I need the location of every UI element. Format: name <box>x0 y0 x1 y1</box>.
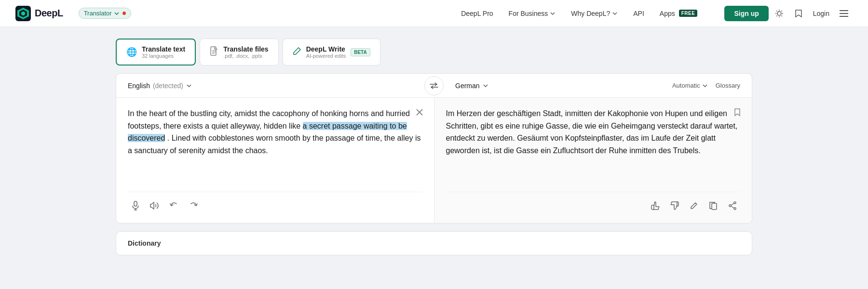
svg-line-11 <box>781 11 782 11</box>
tab-translate-files-label: Translate files <box>223 45 268 53</box>
svg-point-3 <box>21 12 25 15</box>
tab-deepl-write-sublabel: AI-powered edits <box>306 53 346 59</box>
apps-free-badge: FREE <box>679 10 698 17</box>
tab-translate-files[interactable]: Translate files .pdf, .docx, .pptx <box>200 39 278 66</box>
svg-point-27 <box>734 208 736 210</box>
copy-icon <box>709 201 717 210</box>
thumbs-down-button[interactable] <box>667 198 682 213</box>
target-lang-name: German <box>455 82 480 90</box>
source-language-selector[interactable]: English (detected) <box>116 74 424 97</box>
svg-rect-25 <box>712 203 717 210</box>
file-icon <box>210 46 218 58</box>
speaker-button[interactable] <box>147 198 163 213</box>
thumbs-down-icon <box>670 201 679 210</box>
undo-button[interactable] <box>166 198 182 213</box>
source-lang-name: English <box>128 82 150 90</box>
automatic-label: Automatic <box>672 82 700 89</box>
speaker-icon <box>150 201 160 210</box>
tab-translate-text[interactable]: 🌐 Translate text 32 languages <box>116 39 196 66</box>
main-nav: DeepL Pro For Business Why DeepL? API Ap… <box>453 0 705 27</box>
signup-button[interactable]: Sign up <box>724 6 768 21</box>
translator-badge-label: Translator <box>84 10 112 17</box>
svg-line-10 <box>781 15 782 16</box>
thumbs-up-button[interactable] <box>648 198 663 213</box>
swap-icon <box>430 82 438 89</box>
source-toolbar <box>128 192 422 213</box>
chevron-down-icon <box>702 83 708 89</box>
redo-icon <box>189 202 198 210</box>
logo[interactable]: DeepL <box>15 6 63 21</box>
tab-deepl-write[interactable]: DeepL Write AI-powered edits BETA <box>283 39 380 66</box>
svg-line-9 <box>776 11 777 11</box>
edit-translation-button[interactable] <box>686 198 702 213</box>
close-icon <box>416 109 423 116</box>
source-detected-label: (detected) <box>153 82 183 90</box>
nav-api[interactable]: API <box>625 0 652 27</box>
svg-point-28 <box>729 205 731 207</box>
notification-dot <box>122 12 126 15</box>
swap-languages-button[interactable] <box>424 76 444 95</box>
nav-apps[interactable]: Apps FREE <box>652 0 705 27</box>
microphone-button[interactable] <box>128 198 143 213</box>
copy-button[interactable] <box>705 198 721 213</box>
svg-line-12 <box>776 15 777 16</box>
tab-translate-text-sublabel: 32 languages <box>142 53 185 59</box>
tab-translate-files-sublabel: .pdf, .docx, .pptx <box>223 53 268 59</box>
chevron-down-icon <box>612 11 618 16</box>
write-icon <box>293 47 301 58</box>
beta-badge: BETA <box>351 48 370 56</box>
globe-icon: 🌐 <box>126 47 137 57</box>
svg-rect-16 <box>211 47 216 55</box>
translator-panel: English (detected) German Automatic <box>116 73 752 223</box>
login-button[interactable]: Login <box>809 10 833 17</box>
tab-translate-text-label: Translate text <box>142 45 185 53</box>
target-area: Im Herzen der geschäftigen Stadt, inmitt… <box>434 98 752 223</box>
hamburger-icon <box>840 10 848 17</box>
target-toolbar <box>446 192 741 213</box>
svg-line-29 <box>731 203 734 205</box>
glossary-button[interactable]: Glossary <box>716 82 740 89</box>
share-button[interactable] <box>725 198 740 213</box>
save-translation-button[interactable] <box>731 105 744 119</box>
chevron-down-icon <box>550 11 556 16</box>
source-text[interactable]: In the heart of the bustling city, amids… <box>128 107 422 186</box>
main-content: 🌐 Translate text 32 languages Translate … <box>96 27 772 267</box>
deepl-wordmark: DeepL <box>35 8 63 19</box>
menu-button[interactable] <box>835 5 853 22</box>
share-icon <box>728 201 737 210</box>
target-language-selector[interactable]: German <box>455 82 488 90</box>
bookmark-icon <box>734 108 741 117</box>
language-bar: English (detected) German Automatic <box>116 74 752 98</box>
nav-why-deepl[interactable]: Why DeepL? <box>563 0 625 27</box>
text-areas: In the heart of the bustling city, amids… <box>116 98 752 223</box>
translator-badge[interactable]: Translator <box>79 8 131 19</box>
deepl-logo-icon <box>15 6 31 21</box>
header-actions: Sign up Login <box>724 5 853 22</box>
edit-icon <box>690 202 698 210</box>
svg-line-30 <box>731 206 734 208</box>
chevron-down-icon <box>114 11 120 16</box>
bookmark-button[interactable] <box>790 5 807 22</box>
chevron-down-icon <box>186 83 192 89</box>
source-area: In the heart of the bustling city, amids… <box>116 98 434 223</box>
svg-point-4 <box>777 12 781 15</box>
dictionary-section: Dictionary <box>116 231 752 255</box>
nav-deepl-pro[interactable]: DeepL Pro <box>453 0 501 27</box>
svg-point-26 <box>734 202 736 204</box>
target-text: Im Herzen der geschäftigen Stadt, inmitt… <box>446 107 741 186</box>
chevron-down-icon <box>483 83 488 89</box>
mode-tabs: 🌐 Translate text 32 languages Translate … <box>116 39 752 66</box>
clear-button[interactable] <box>413 105 426 119</box>
microphone-icon <box>132 201 139 210</box>
undo-icon <box>170 202 178 210</box>
target-language-bar: German Automatic Glossary <box>444 74 752 97</box>
dictionary-title: Dictionary <box>128 239 161 247</box>
tab-deepl-write-label: DeepL Write <box>306 45 346 53</box>
automatic-selector[interactable]: Automatic <box>672 82 708 89</box>
nav-for-business[interactable]: For Business <box>501 0 564 27</box>
svg-rect-22 <box>134 201 137 206</box>
theme-toggle-button[interactable] <box>771 5 788 22</box>
bookmark-icon <box>795 9 802 18</box>
redo-button[interactable] <box>186 198 201 213</box>
sun-icon <box>775 9 784 18</box>
